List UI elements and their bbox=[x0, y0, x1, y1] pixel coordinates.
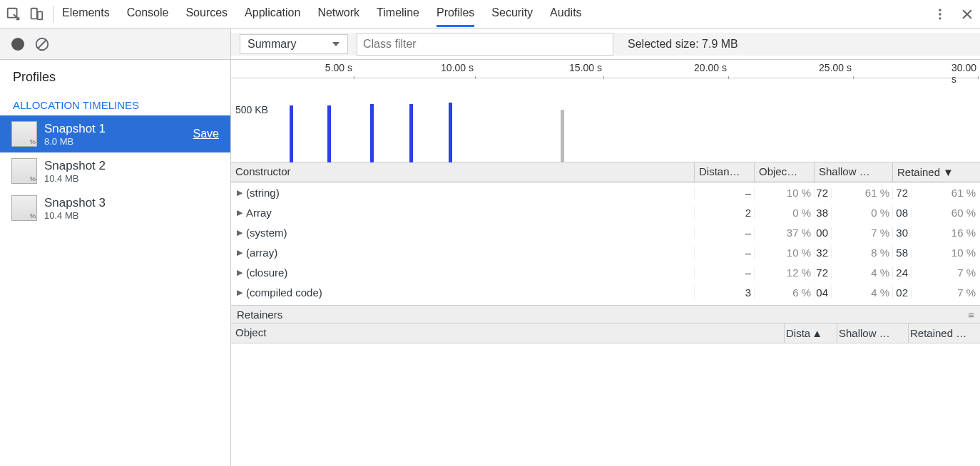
cell-objects-pct: 10 % bbox=[755, 247, 815, 259]
allocation-bar bbox=[290, 105, 293, 162]
constructor-name: (system) bbox=[246, 227, 287, 239]
cell-shallow-pct: 0 % bbox=[832, 207, 893, 219]
snapshot-size: 8.0 MB bbox=[44, 136, 106, 147]
constructor-name: (array) bbox=[246, 247, 277, 259]
snapshot-name: Snapshot 3 bbox=[44, 196, 106, 210]
cell-retained: 72 bbox=[893, 187, 912, 199]
device-icon[interactable] bbox=[29, 6, 44, 22]
col-constructor[interactable]: Constructor bbox=[231, 162, 695, 182]
cell-retained-pct: 60 % bbox=[912, 207, 979, 219]
profile-toolbar-left bbox=[0, 29, 231, 59]
constructor-row[interactable]: ▶(array)–10 %328 %5810 % bbox=[231, 242, 980, 262]
snapshot-thumb-icon bbox=[11, 158, 37, 184]
expand-icon[interactable]: ▶ bbox=[237, 248, 243, 257]
devtools-topbar: ElementsConsoleSourcesApplicationNetwork… bbox=[0, 0, 980, 29]
profile-toolbar-right: Summary Selected size: 7.9 MB bbox=[231, 33, 980, 56]
svg-point-4 bbox=[939, 13, 941, 15]
selected-size-text: Selected size: 7.9 MB bbox=[628, 38, 738, 51]
ret-col-shallow[interactable]: Shallow … bbox=[837, 323, 909, 343]
retainers-columns: Object Dista▲ Shallow … Retained … bbox=[231, 323, 980, 343]
allocation-bar bbox=[449, 103, 452, 162]
profiles-sidebar: Profiles ALLOCATION TIMELINES Snapshot 1… bbox=[0, 60, 231, 466]
tab-console[interactable]: Console bbox=[127, 1, 169, 27]
cell-objects-pct: 12 % bbox=[755, 266, 815, 279]
tab-profiles[interactable]: Profiles bbox=[437, 1, 474, 27]
svg-point-5 bbox=[939, 17, 941, 19]
constructor-row[interactable]: ▶Array20 %380 %0860 % bbox=[231, 202, 980, 222]
cell-shallow-pct: 4 % bbox=[832, 286, 893, 299]
cell-retained-pct: 7 % bbox=[912, 286, 979, 299]
cell-distance: 2 bbox=[695, 207, 755, 219]
constructor-name: (string) bbox=[246, 187, 280, 199]
ret-col-retained[interactable]: Retained … bbox=[909, 323, 980, 343]
cell-retained: 58 bbox=[893, 247, 912, 259]
close-icon[interactable] bbox=[960, 7, 974, 21]
allocation-timeline[interactable]: 5.00 s10.00 s15.00 s20.00 s25.00 s30.00 … bbox=[231, 60, 980, 162]
expand-icon[interactable]: ▶ bbox=[237, 208, 243, 217]
constructor-row[interactable]: ▶(string)–10 %7261 %7261 % bbox=[231, 182, 980, 202]
timeline-tick: 15.00 s bbox=[569, 62, 602, 73]
more-icon[interactable] bbox=[933, 7, 947, 21]
allocation-bar bbox=[327, 105, 331, 162]
sidebar-title: Profiles bbox=[0, 60, 230, 89]
sort-icon: ▼ bbox=[943, 166, 954, 178]
tab-elements[interactable]: Elements bbox=[62, 1, 110, 27]
constructor-row[interactable]: ▶(closure)–12 %724 %247 % bbox=[231, 262, 980, 282]
tab-timeline[interactable]: Timeline bbox=[377, 1, 419, 27]
col-objects[interactable]: Objec… bbox=[755, 162, 815, 182]
col-retained[interactable]: Retained▼ bbox=[893, 162, 979, 182]
allocation-bar bbox=[561, 110, 564, 162]
svg-point-3 bbox=[939, 9, 941, 11]
panel-tabs: ElementsConsoleSourcesApplicationNetwork… bbox=[62, 1, 582, 27]
cell-retained: 08 bbox=[893, 207, 912, 219]
sidebar-section: ALLOCATION TIMELINES bbox=[0, 89, 230, 115]
svg-rect-1 bbox=[31, 8, 37, 19]
expand-icon[interactable]: ▶ bbox=[237, 288, 243, 297]
constructor-row[interactable]: ▶(system)–37 %007 %3016 % bbox=[231, 222, 980, 242]
tab-audits[interactable]: Audits bbox=[550, 1, 581, 27]
snapshot-thumb-icon bbox=[11, 195, 37, 221]
tab-application[interactable]: Application bbox=[245, 1, 300, 27]
ret-col-distance[interactable]: Dista▲ bbox=[785, 323, 837, 343]
constructor-row[interactable]: ▶(compiled code)36 %044 %027 % bbox=[231, 282, 980, 302]
cell-distance: – bbox=[695, 187, 755, 199]
tab-network[interactable]: Network bbox=[317, 1, 359, 27]
class-filter-input[interactable] bbox=[357, 33, 613, 56]
inspect-icon[interactable] bbox=[6, 6, 21, 22]
clear-icon[interactable] bbox=[34, 36, 50, 52]
col-distance[interactable]: Distan… bbox=[695, 162, 755, 182]
cell-shallow-pct: 4 % bbox=[832, 266, 893, 279]
cell-shallow: 38 bbox=[815, 207, 832, 219]
expand-icon[interactable]: ▶ bbox=[237, 268, 243, 277]
snapshot-item[interactable]: Snapshot 18.0 MBSave bbox=[0, 115, 230, 152]
timeline-tick: 5.00 s bbox=[325, 62, 352, 73]
snapshot-thumb-icon bbox=[11, 121, 37, 147]
snapshot-size: 10.4 MB bbox=[44, 210, 106, 221]
snapshot-item[interactable]: Snapshot 210.4 MB bbox=[0, 152, 230, 190]
col-shallow[interactable]: Shallow … bbox=[815, 162, 893, 182]
cell-objects-pct: 10 % bbox=[755, 187, 815, 199]
cell-shallow: 72 bbox=[815, 266, 832, 279]
tab-security[interactable]: Security bbox=[491, 1, 533, 27]
snapshot-item[interactable]: Snapshot 310.4 MB bbox=[0, 190, 230, 227]
expand-icon[interactable]: ▶ bbox=[237, 188, 243, 197]
snapshot-save-link[interactable]: Save bbox=[193, 128, 219, 140]
constructor-name: Array bbox=[246, 207, 272, 219]
cell-shallow-pct: 61 % bbox=[832, 187, 893, 199]
cell-retained-pct: 10 % bbox=[912, 247, 979, 259]
expand-icon[interactable]: ▶ bbox=[237, 228, 243, 237]
hamburger-icon[interactable]: ≡ bbox=[968, 309, 974, 321]
cell-shallow: 32 bbox=[815, 247, 832, 259]
allocation-bar bbox=[409, 104, 413, 162]
cell-retained: 30 bbox=[893, 227, 912, 239]
record-icon[interactable] bbox=[11, 38, 24, 51]
cell-retained-pct: 61 % bbox=[912, 187, 979, 199]
ret-col-object[interactable]: Object bbox=[231, 323, 785, 343]
timeline-y-label: 500 KB bbox=[235, 104, 268, 115]
timeline-tick: 20.00 s bbox=[694, 62, 727, 73]
view-select[interactable]: Summary bbox=[240, 34, 348, 54]
tab-sources[interactable]: Sources bbox=[185, 1, 228, 27]
cell-distance: – bbox=[695, 247, 755, 259]
cell-retained: 24 bbox=[893, 266, 912, 279]
retainers-title: Retainers bbox=[237, 309, 282, 321]
